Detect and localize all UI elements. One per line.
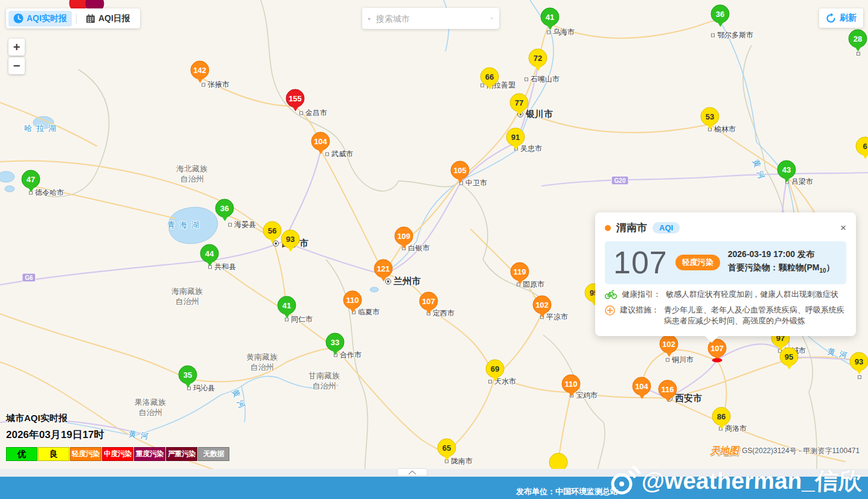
overlay-title: 城市AQI实时报	[6, 413, 230, 424]
aqi-marker[interactable]: 47	[22, 170, 40, 189]
aqi-color-legend: 优良轻度污染中度污染重度污染严重污染无数据	[6, 447, 230, 461]
aqi-value: 107	[613, 246, 668, 279]
aqi-marker[interactable]: 155	[286, 89, 305, 108]
tab-aqi-realtime[interactable]: AQI实时报	[8, 11, 72, 27]
advice-text: 青少年儿童、老年人及心血管系统疾病、呼吸系统疾病患者应减少长时间、高强度的户外锻…	[664, 305, 846, 326]
aqi-marker[interactable]: 56	[263, 221, 282, 240]
aqi-marker[interactable]: 91	[506, 128, 525, 147]
aqi-marker[interactable]: 36	[711, 5, 730, 24]
aqi-marker[interactable]: 104	[311, 132, 330, 151]
watermark: @weatherman_信欣	[607, 463, 862, 498]
aqi-marker[interactable]: 33	[326, 333, 345, 352]
health-guide-label: 健康指引：	[622, 289, 661, 300]
zoom-out-button[interactable]: −	[8, 57, 25, 74]
map-license-text: GS(2022)3124号 - 甲测资字1100471	[742, 446, 860, 456]
map-attribution: 天地图 GS(2022)3124号 - 甲测资字1100471	[710, 445, 860, 457]
publish-time: 2026-03-19 17:00 发布	[728, 247, 835, 261]
search-box	[362, 8, 499, 29]
aqi-marker[interactable]: 6	[856, 137, 868, 156]
aqi-marker[interactable]: 102	[533, 296, 552, 314]
health-guide-row: 健康指引： 敏感人群症状有轻度加剧，健康人群出现刺激症状	[605, 289, 846, 300]
health-guide-text: 敏感人群症状有轻度加剧，健康人群出现刺激症状	[666, 289, 846, 300]
tab-aqi-daily-label: AQI日报	[98, 13, 130, 24]
aqi-marker[interactable]: 72	[529, 49, 547, 68]
city-buildings-icon	[368, 13, 371, 24]
search-input[interactable]	[376, 14, 485, 24]
publisher-text: 发布单位：中国环境监测总站	[516, 486, 618, 497]
aqi-marker[interactable]: 86	[712, 407, 731, 426]
overlay-datetime: 2026年03月19日17时	[6, 428, 230, 442]
selected-city-indicator	[712, 358, 723, 363]
tianditu-logo: 天地图	[710, 445, 739, 457]
aqi-marker[interactable]: 121	[374, 259, 393, 278]
aqi-marker[interactable]: 105	[451, 161, 470, 180]
refresh-label: 刷新	[840, 13, 857, 24]
aqi-marker[interactable]: 44	[200, 244, 219, 263]
aqi-marker[interactable]: 104	[633, 377, 651, 396]
aqi-marker[interactable]: 66	[480, 68, 499, 86]
search-icon[interactable]	[491, 13, 493, 24]
legend-item: 重度污染	[134, 447, 165, 461]
aqi-marker[interactable]: 65	[438, 439, 456, 457]
aqi-marker[interactable]: 53	[701, 107, 720, 126]
city-aqi-popup: 渭南市 AQI × 107 轻度污染 2026-03-19 17:00 发布 首…	[595, 212, 856, 336]
aqi-level-pill: 轻度污染	[675, 255, 720, 270]
aqi-map-app: 海北藏族自治州海南藏族自治州黄南藏族自治州果洛藏族自治州甘南藏族自治州哈拉湖青海…	[0, 0, 868, 499]
aqi-marker[interactable]: 142	[191, 61, 209, 80]
calendar-icon	[86, 14, 95, 24]
bicycle-icon	[605, 290, 617, 299]
collapse-panel-button[interactable]	[397, 468, 427, 476]
aqi-marker[interactable]: 36	[215, 199, 234, 218]
aqi-marker[interactable]: 28	[849, 30, 867, 48]
tab-divider	[76, 14, 77, 24]
legend-item: 优	[6, 447, 37, 461]
aqi-marker[interactable]: 93	[850, 352, 868, 371]
aqi-marker[interactable]: 35	[179, 366, 197, 384]
tab-aqi-daily[interactable]: AQI日报	[81, 11, 135, 27]
popup-city-name: 渭南市	[616, 221, 647, 235]
aqi-marker[interactable]: 110	[343, 291, 362, 310]
zoom-in-button[interactable]: +	[8, 39, 25, 56]
aqi-marker[interactable]: 102	[660, 335, 678, 354]
aqi-marker[interactable]: 110	[562, 375, 581, 393]
advice-row: 建议措施： 青少年儿童、老年人及心血管系统疾病、呼吸系统疾病患者应减少长时间、高…	[605, 305, 846, 326]
aqi-marker[interactable]: 119	[511, 262, 529, 281]
tab-bar: AQI实时报 AQI日报	[6, 8, 140, 28]
aqi-marker[interactable]: 109	[395, 227, 413, 246]
watermark-text: @weatherman_信欣	[641, 465, 863, 497]
aqi-marker[interactable]: 69	[486, 360, 505, 378]
aqi-marker[interactable]: 107	[420, 292, 438, 311]
city-level-dot-icon	[605, 225, 611, 231]
legend-item: 良	[38, 447, 69, 461]
aqi-marker[interactable]: 41	[541, 8, 560, 27]
legend-item: 严重污染	[166, 447, 197, 461]
aqi-badge: AQI	[653, 222, 680, 234]
aqi-marker[interactable]: 116	[659, 380, 677, 399]
weibo-icon	[607, 463, 642, 498]
aqi-marker[interactable]: 41	[278, 296, 296, 315]
legend-item: 轻度污染	[70, 447, 101, 461]
aqi-marker[interactable]: 95	[780, 348, 799, 366]
aqi-summary-box: 107 轻度污染 2026-03-19 17:00 发布 首要污染物：颗粒物(P…	[605, 241, 846, 284]
advice-label: 建议措施：	[620, 305, 659, 316]
aqi-legend-overlay: 城市AQI实时报 2026年03月19日17时 优良轻度污染中度污染重度污染严重…	[6, 413, 230, 461]
tab-aqi-realtime-label: AQI实时报	[27, 13, 67, 24]
aqi-marker[interactable]: 93	[281, 230, 300, 249]
aqi-marker[interactable]: 77	[510, 94, 529, 112]
clock-icon	[13, 13, 24, 24]
legend-item: 无数据	[198, 447, 229, 461]
close-icon[interactable]: ×	[840, 223, 846, 233]
legend-item: 中度污染	[102, 447, 133, 461]
primary-pollutant: 首要污染物：颗粒物(PM10）	[728, 261, 835, 278]
refresh-icon	[826, 13, 836, 24]
health-plus-icon	[605, 305, 615, 316]
chevron-up-icon	[408, 470, 416, 475]
aqi-marker[interactable]: 43	[777, 161, 796, 179]
refresh-button[interactable]: 刷新	[819, 8, 863, 28]
popup-pointer	[705, 336, 718, 343]
